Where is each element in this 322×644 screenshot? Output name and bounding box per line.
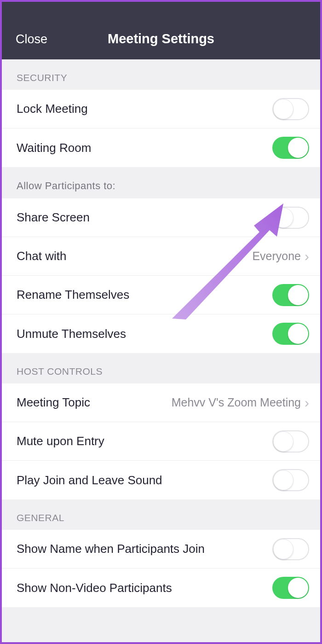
row-share-screen: Share Screen	[2, 198, 320, 237]
section-header-security: SECURITY	[2, 59, 320, 90]
label-unmute-themselves: Unmute Themselves	[17, 327, 126, 341]
value-meeting-topic: Mehvv V's Zoom Meeting	[172, 396, 301, 409]
label-share-screen: Share Screen	[17, 210, 90, 225]
row-meeting-topic[interactable]: Meeting Topic Mehvv V's Zoom Meeting ›	[2, 383, 320, 422]
chevron-right-icon: ›	[305, 249, 309, 263]
label-rename-themselves: Rename Themselves	[17, 288, 129, 302]
label-waiting-room: Waiting Room	[17, 141, 91, 155]
header-bar: Close Meeting Settings	[2, 2, 320, 59]
section-general: Show Name when Participants Join Show No…	[2, 530, 320, 607]
label-show-name: Show Name when Participants Join	[17, 542, 205, 556]
label-chat-with: Chat with	[17, 249, 66, 263]
toggle-mute-upon-entry[interactable]	[272, 430, 309, 453]
row-rename-themselves: Rename Themselves	[2, 276, 320, 314]
toggle-share-screen[interactable]	[272, 207, 309, 229]
toggle-lock-meeting[interactable]	[272, 98, 309, 120]
label-meeting-topic: Meeting Topic	[17, 395, 90, 410]
toggle-waiting-room[interactable]	[272, 137, 309, 159]
row-show-nonvideo: Show Non-Video Participants	[2, 569, 320, 607]
toggle-show-nonvideo[interactable]	[272, 577, 309, 599]
label-lock-meeting: Lock Meeting	[17, 102, 88, 116]
row-play-sound: Play Join and Leave Sound	[2, 461, 320, 499]
row-unmute-themselves: Unmute Themselves	[2, 314, 320, 353]
chevron-right-icon: ›	[305, 396, 309, 410]
page-title: Meeting Settings	[2, 31, 320, 46]
row-waiting-room: Waiting Room	[2, 128, 320, 167]
section-security: Lock Meeting Waiting Room	[2, 90, 320, 167]
toggle-play-sound[interactable]	[272, 469, 309, 491]
label-mute-upon-entry: Mute upon Entry	[17, 434, 104, 448]
section-host: Meeting Topic Mehvv V's Zoom Meeting › M…	[2, 383, 320, 499]
row-chat-with[interactable]: Chat with Everyone ›	[2, 237, 320, 276]
toggle-rename-themselves[interactable]	[272, 284, 309, 306]
section-header-allow: Allow Participants to:	[2, 167, 320, 198]
section-header-general: GENERAL	[2, 499, 320, 530]
label-play-sound: Play Join and Leave Sound	[17, 473, 162, 487]
row-lock-meeting: Lock Meeting	[2, 90, 320, 128]
toggle-unmute-themselves[interactable]	[272, 323, 309, 345]
row-show-name: Show Name when Participants Join	[2, 530, 320, 569]
section-header-host: HOST CONTROLS	[2, 353, 320, 383]
section-allow: Share Screen Chat with Everyone › Rename…	[2, 198, 320, 353]
toggle-show-name[interactable]	[272, 538, 309, 560]
row-mute-upon-entry: Mute upon Entry	[2, 422, 320, 461]
close-button[interactable]: Close	[16, 32, 47, 46]
value-chat-with: Everyone	[252, 249, 301, 263]
label-show-nonvideo: Show Non-Video Participants	[17, 581, 172, 595]
